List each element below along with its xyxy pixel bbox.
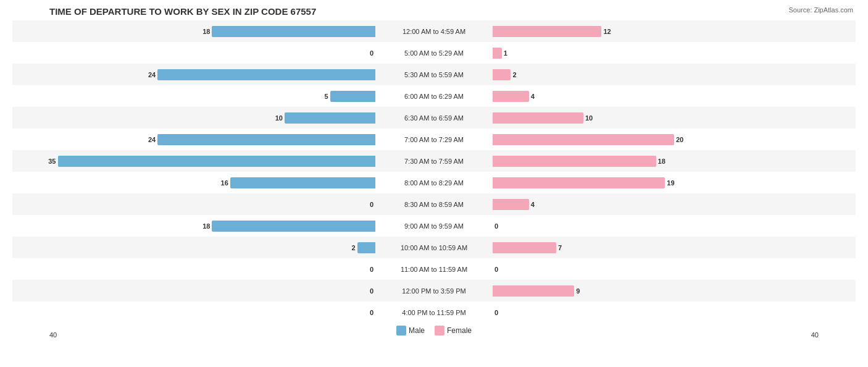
- male-bar: 2: [357, 242, 375, 253]
- legend-female: Female: [435, 326, 472, 335]
- female-bar-wrap: 4: [493, 193, 856, 215]
- table-row: 245:30 AM to 5:59 AM2: [12, 64, 856, 85]
- female-bar-wrap: 0: [493, 215, 856, 237]
- male-legend-label: Male: [409, 326, 425, 335]
- time-label: 8:30 AM to 8:59 AM: [375, 201, 493, 208]
- male-bar-wrap: 24: [12, 64, 375, 85]
- female-bar-wrap: 9: [493, 280, 856, 302]
- male-bar-value-zero: 0: [370, 309, 373, 316]
- male-bar-wrap: 2: [12, 237, 375, 258]
- male-bar-value: 35: [48, 158, 56, 165]
- female-bar-wrap: 4: [493, 85, 856, 107]
- male-bar: 35: [58, 156, 376, 167]
- table-row: 011:00 AM to 11:59 AM0: [12, 258, 856, 280]
- male-bar: 18: [212, 26, 375, 37]
- male-bar-value: 10: [275, 114, 283, 122]
- male-bar-wrap: 5: [12, 85, 375, 107]
- male-bar-wrap: 0: [12, 302, 375, 323]
- table-row: 012:00 PM to 3:59 PM9: [12, 280, 856, 302]
- time-label: 12:00 PM to 3:59 PM: [375, 287, 493, 295]
- female-bar: 9: [493, 285, 574, 297]
- table-row: 05:00 AM to 5:29 AM1: [12, 42, 856, 64]
- female-bar: 18: [493, 156, 656, 167]
- female-bar: 10: [493, 112, 583, 124]
- female-bar-value: 18: [658, 158, 666, 165]
- legend: Male Female: [396, 326, 472, 335]
- female-bar: 2: [493, 69, 511, 80]
- time-label: 5:30 AM to 5:59 AM: [375, 71, 493, 78]
- female-bar-value-zero: 0: [495, 266, 498, 273]
- male-bar-wrap: 0: [12, 258, 375, 280]
- source-label: Source: ZipAtlas.com: [788, 6, 853, 14]
- chart-body: 1812:00 AM to 4:59 AM1205:00 AM to 5:29 …: [12, 20, 856, 323]
- male-legend-box: [396, 326, 406, 335]
- chart-container: TIME OF DEPARTURE TO WORK BY SEX IN ZIP …: [0, 0, 868, 367]
- male-bar-wrap: 0: [12, 193, 375, 215]
- male-bar-wrap: 18: [12, 20, 375, 42]
- male-bar-wrap: 18: [12, 215, 375, 237]
- female-bar-value: 10: [585, 114, 593, 122]
- male-bar-wrap: 24: [12, 129, 375, 150]
- female-bar-wrap: 7: [493, 237, 856, 258]
- male-bar-wrap: 35: [12, 150, 375, 172]
- male-bar-wrap: 0: [12, 280, 375, 302]
- axis-left-label: 40: [49, 331, 57, 339]
- time-label: 11:00 AM to 11:59 AM: [375, 266, 493, 273]
- male-bar-wrap: 10: [12, 107, 375, 129]
- male-bar-value: 16: [221, 179, 228, 187]
- male-bar-wrap: 0: [12, 42, 375, 64]
- male-bar-value-zero: 0: [370, 201, 373, 208]
- female-bar: 1: [493, 48, 502, 59]
- female-bar-wrap: 1: [493, 42, 856, 64]
- male-bar: 16: [230, 177, 375, 188]
- chart-title: TIME OF DEPARTURE TO WORK BY SEX IN ZIP …: [12, 6, 856, 17]
- female-bar-wrap: 19: [493, 172, 856, 193]
- table-row: 189:00 AM to 9:59 AM0: [12, 215, 856, 237]
- male-bar: 24: [157, 69, 375, 80]
- male-bar-value: 5: [324, 93, 328, 100]
- male-bar-value-zero: 0: [370, 49, 373, 57]
- time-label: 6:00 AM to 6:29 AM: [375, 93, 493, 100]
- female-bar-wrap: 2: [493, 64, 856, 85]
- female-bar-value-zero: 0: [495, 309, 498, 316]
- time-label: 5:00 AM to 5:29 AM: [375, 49, 493, 57]
- female-bar-value: 7: [558, 244, 562, 251]
- female-bar-value: 4: [531, 201, 535, 208]
- male-bar-value: 18: [202, 28, 210, 35]
- time-label: 9:00 AM to 9:59 AM: [375, 222, 493, 230]
- male-bar-value: 18: [202, 222, 210, 230]
- female-legend-label: Female: [447, 326, 472, 335]
- female-bar: 12: [493, 26, 601, 37]
- female-bar: 4: [493, 91, 529, 102]
- table-row: 08:30 AM to 8:59 AM4: [12, 193, 856, 215]
- female-bar-value: 2: [512, 71, 516, 78]
- female-bar-wrap: 0: [493, 258, 856, 280]
- female-bar-wrap: 0: [493, 302, 856, 323]
- time-label: 12:00 AM to 4:59 AM: [375, 28, 493, 35]
- female-bar-wrap: 18: [493, 150, 856, 172]
- female-bar-value: 4: [531, 93, 535, 100]
- table-row: 04:00 PM to 11:59 PM0: [12, 302, 856, 323]
- time-label: 6:30 AM to 6:59 AM: [375, 114, 493, 122]
- time-label: 10:00 AM to 10:59 AM: [375, 244, 493, 251]
- female-bar: 19: [493, 177, 665, 188]
- female-bar-wrap: 12: [493, 20, 856, 42]
- male-bar-wrap: 16: [12, 172, 375, 193]
- table-row: 56:00 AM to 6:29 AM4: [12, 85, 856, 107]
- time-label: 4:00 PM to 11:59 PM: [375, 309, 493, 316]
- female-bar-value: 12: [603, 28, 611, 35]
- female-bar-wrap: 20: [493, 129, 856, 150]
- time-label: 8:00 AM to 8:29 AM: [375, 179, 493, 187]
- table-row: 1812:00 AM to 4:59 AM12: [12, 20, 856, 42]
- female-bar: 7: [493, 242, 556, 253]
- male-bar-value-zero: 0: [370, 287, 373, 295]
- table-row: 106:30 AM to 6:59 AM10: [12, 107, 856, 129]
- male-bar: 24: [157, 134, 375, 145]
- male-bar-value: 24: [148, 71, 156, 78]
- time-label: 7:00 AM to 7:29 AM: [375, 136, 493, 143]
- female-bar-value: 19: [667, 179, 674, 187]
- table-row: 168:00 AM to 8:29 AM19: [12, 172, 856, 193]
- legend-male: Male: [396, 326, 425, 335]
- female-bar: 20: [493, 134, 674, 145]
- time-label: 7:30 AM to 7:59 AM: [375, 158, 493, 165]
